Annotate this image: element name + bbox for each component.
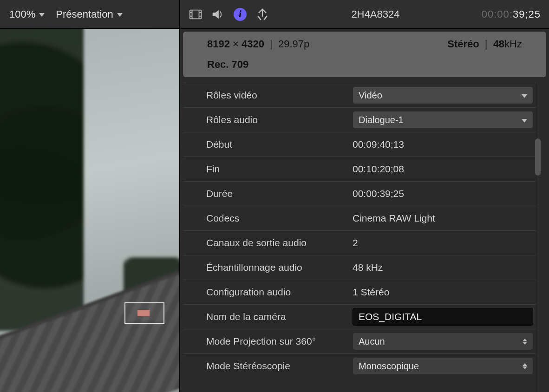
select-video-roles[interactable]: Vidéo [353,86,533,104]
property-list: Rôles vidéo Vidéo Rôles audio Dialogue-1 [183,83,545,392]
value-video-roles: Vidéo [359,90,382,101]
viewer-canvas[interactable] [0,29,179,392]
summary-audio-layout: Stéréo [447,38,479,50]
clip-duration-sec: 39 [513,8,525,20]
format-summary-line1: 8192 × 4320 | 29.97p Stéréo | 48kHz [207,38,522,50]
row-audio-out: Canaux de sortie audio 2 [183,230,536,255]
row-end: Fin 00:10:20;08 [183,157,536,181]
info-icon: i [234,8,247,21]
label-stereo: Mode Stéréoscopie [183,360,348,372]
summary-fps: 29.97p [278,38,309,50]
chevron-down-icon [39,13,45,17]
audio-tab-icon[interactable] [211,7,225,21]
value-start: 00:09:40;13 [348,139,536,150]
summary-sample-rate: 48 [493,38,504,50]
row-sample-rate: Échantillonnage audio 48 kHz [183,255,536,280]
input-camera-name[interactable]: EOS_DIGITAL [353,308,533,326]
select-proj360[interactable]: Aucun [353,333,533,350]
value-audio-cfg: 1 Stéréo [348,287,536,298]
scrollbar-track[interactable] [536,83,543,392]
app-root: 100% Présentation i [0,0,549,392]
clip-duration: 00:00:39;25 [482,8,541,20]
row-duration: Durée 00:00:39;25 [183,181,536,206]
label-video-roles: Rôles vidéo [183,90,348,101]
label-duration: Durée [183,188,348,199]
select-audio-roles[interactable]: Dialogue-1 [353,111,533,129]
viewer-toolbar: 100% Présentation [0,0,179,29]
label-camera: Nom de la caméra [183,311,348,322]
share-tab-icon[interactable] [255,7,269,21]
row-audio-cfg: Configuration audio 1 Stéréo [183,280,536,304]
zoom-dropdown[interactable]: 100% [9,8,45,20]
label-audio-roles: Rôles audio [183,114,348,125]
format-summary: 8192 × 4320 | 29.97p Stéréo | 48kHz Rec.… [183,32,546,77]
presentation-dropdown[interactable]: Présentation [56,8,123,20]
value-sample-rate: 48 kHz [348,262,536,273]
info-tab-icon[interactable]: i [233,7,247,21]
select-stereo[interactable]: Monoscopique [353,357,533,375]
label-start: Début [183,139,348,150]
chevron-down-icon [522,94,527,98]
row-video-roles: Rôles vidéo Vidéo [183,83,536,107]
inspector-toolbar: i 2H4A8324 00:00:39;25 [180,0,549,29]
stepper-icon [523,363,527,369]
clip-duration-dim: 00:00: [482,8,513,20]
inspector-panel: i 2H4A8324 00:00:39;25 8192 × 4320 | 29.… [180,0,549,392]
summary-res-h: 4320 [242,38,264,50]
presentation-label: Présentation [56,8,113,20]
chevron-down-icon [522,119,527,123]
value-audio-roles: Dialogue-1 [359,115,404,125]
svg-rect-0 [190,10,201,19]
value-duration: 00:00:39;25 [348,188,536,199]
viewer-image-decor [0,29,84,331]
value-audio-out: 2 [348,237,536,248]
value-stereo: Monoscopique [359,361,419,372]
clip-name: 2H4A8324 [278,8,473,20]
viewer-navigator-overlay[interactable] [124,302,164,324]
label-end: Fin [183,163,348,175]
chevron-down-icon [117,13,123,17]
label-sample-rate: Échantillonnage audio [183,262,348,273]
zoom-label: 100% [9,8,35,20]
summary-res-w: 8192 [207,38,230,50]
stepper-icon [523,339,527,345]
row-proj360: Mode Projection sur 360° Aucun [183,329,536,353]
value-proj360: Aucun [359,336,385,347]
label-audio-out: Canaux de sortie audio [183,237,348,248]
clip-duration-frames: 25 [529,8,541,20]
value-camera: EOS_DIGITAL [359,311,422,322]
row-camera: Nom de la caméra EOS_DIGITAL [183,304,536,329]
row-stereo: Mode Stéréoscopie Monoscopique [183,353,536,378]
value-end: 00:10:20;08 [348,163,536,175]
value-codecs: Cinema RAW Light [348,213,536,224]
label-audio-cfg: Configuration audio [183,287,348,298]
label-codecs: Codecs [183,213,348,224]
label-proj360: Mode Projection sur 360° [183,336,348,347]
viewer-panel: 100% Présentation [0,0,180,392]
summary-sample-unit: kHz [504,38,522,50]
video-tab-icon[interactable] [189,7,203,21]
scrollbar-thumb[interactable] [535,138,541,176]
row-audio-roles: Rôles audio Dialogue-1 [183,107,536,132]
summary-colorspace: Rec. 709 [207,59,522,71]
row-start: Début 00:09:40;13 [183,132,536,157]
row-codecs: Codecs Cinema RAW Light [183,206,536,230]
